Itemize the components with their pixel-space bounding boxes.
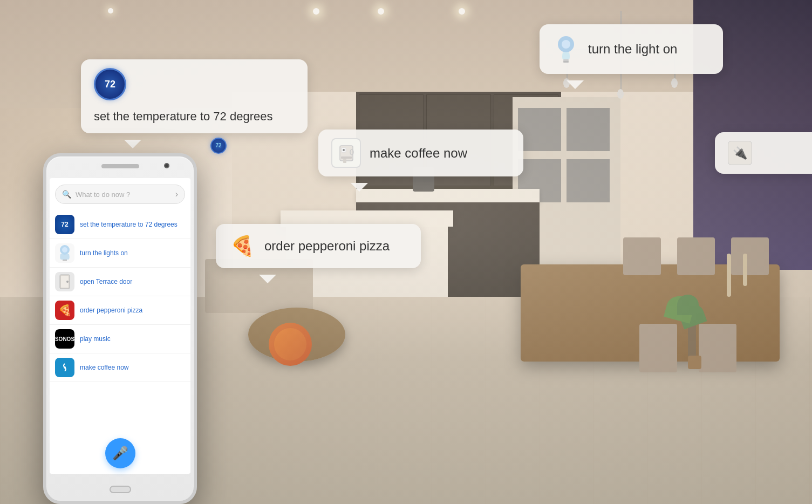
- search-bar[interactable]: 🔍 What to do now ? ›: [55, 185, 185, 204]
- phone-home-button[interactable]: [110, 486, 131, 493]
- phone-camera: [164, 163, 169, 168]
- hue-icon: [55, 243, 74, 263]
- list-item-door[interactable]: open Terrace door: [50, 268, 190, 296]
- bulb-icon: [552, 33, 579, 65]
- light-bubble: turn the light on: [540, 24, 723, 74]
- svg-rect-7: [341, 156, 352, 159]
- pizza-list-icon: 🍕: [55, 301, 74, 320]
- phone-screen: 🔍 What to do now ? › 72 set the temperat…: [50, 178, 190, 474]
- smartphone: 🔍 What to do now ? › 72 set the temperat…: [43, 153, 197, 504]
- wall-thermostat-display: 72: [211, 139, 226, 153]
- list-item-pizza[interactable]: 🍕 order pepperoni pizza: [50, 296, 190, 325]
- svg-point-6: [343, 149, 345, 151]
- list-item-coffee[interactable]: make coffee now: [50, 353, 190, 382]
- partial-bubble: 🔌: [715, 132, 812, 174]
- item-text-lights: turn the lights on: [80, 249, 128, 257]
- search-placeholder: What to do now ?: [76, 190, 171, 199]
- temperature-bubble-text: set the temperature to 72 degrees: [94, 109, 272, 125]
- pizza-bubble-text: order pepperoni pizza: [264, 237, 390, 254]
- svg-rect-12: [63, 260, 67, 261]
- coffee-bubble: make coffee now: [318, 130, 523, 176]
- list-item-music[interactable]: SONOS play music: [50, 325, 190, 353]
- thermostat-icon: 72: [94, 68, 126, 100]
- search-icon: 🔍: [62, 190, 71, 199]
- wall-thermostat: 72: [210, 138, 227, 154]
- svg-point-3: [562, 40, 570, 49]
- svg-point-17: [64, 366, 66, 369]
- item-text-door: open Terrace door: [80, 278, 132, 285]
- door-icon: [55, 272, 74, 291]
- pizza-icon: 🍕: [229, 233, 256, 260]
- partial-icon: 🔌: [728, 141, 752, 165]
- coffee-icon: [331, 138, 361, 168]
- svg-point-11: [62, 247, 67, 253]
- app-list: 72 set the temperature to 72 degrees tur…: [50, 210, 190, 382]
- item-text-temperature: set the temperature to 72 degrees: [80, 221, 178, 228]
- mic-button[interactable]: 🎤: [105, 438, 135, 468]
- item-text-music: play music: [80, 335, 111, 343]
- list-item-temperature[interactable]: 72 set the temperature to 72 degrees: [50, 210, 190, 239]
- svg-point-15: [66, 281, 69, 283]
- list-item-lights[interactable]: turn the lights on: [50, 239, 190, 268]
- smartthings-icon: [55, 358, 74, 377]
- coffee-bubble-text: make coffee now: [370, 145, 467, 161]
- svg-rect-1: [563, 59, 569, 61]
- item-text-coffee: make coffee now: [80, 364, 129, 371]
- phone-speaker: [101, 164, 139, 168]
- sonos-icon: SONOS: [55, 329, 74, 349]
- item-text-pizza: order pepperoni pizza: [80, 307, 142, 314]
- pizza-bubble: 🍕 order pepperoni pizza: [216, 224, 421, 268]
- light-bubble-text: turn the light on: [588, 40, 677, 57]
- svg-rect-2: [563, 61, 569, 63]
- svg-rect-8: [343, 159, 346, 163]
- search-arrow-icon: ›: [175, 189, 178, 199]
- temperature-bubble: 72 set the temperature to 72 degrees: [81, 59, 308, 133]
- mic-icon: 🎤: [112, 446, 128, 461]
- nest-icon: 72: [55, 215, 74, 234]
